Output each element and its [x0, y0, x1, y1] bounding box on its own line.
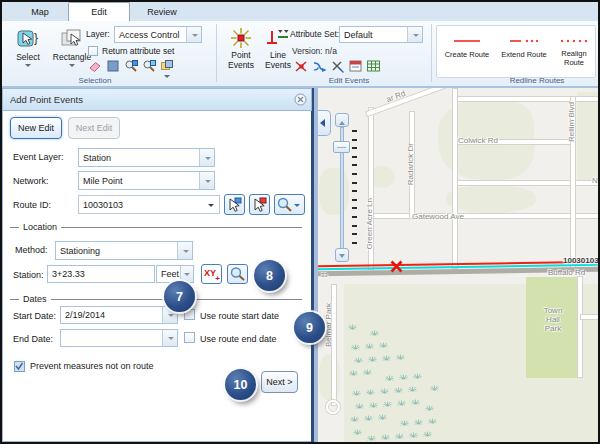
vegetation-patch	[446, 185, 536, 213]
realign-route-label2: Route	[564, 58, 584, 67]
street-label-colwick: Colwick Rd	[458, 136, 498, 145]
prevent-measures-label: Prevent measures not on route	[30, 361, 154, 371]
station-search-icon	[229, 266, 246, 282]
edit-events-group-label: Edit Events	[299, 76, 399, 85]
collapse-panel-tab[interactable]	[318, 110, 331, 136]
location-group-label: Location	[23, 222, 57, 232]
route-search-icon	[276, 196, 293, 213]
station-label: Station:	[13, 270, 44, 280]
road-diagonal	[366, 88, 446, 116]
callout-9: 9	[294, 312, 325, 343]
new-edit-button[interactable]: New Edit	[10, 117, 62, 139]
delete-event-icon[interactable]	[294, 59, 309, 73]
point-events-button[interactable]: Point Events	[222, 26, 260, 70]
pan-to-selection-icon[interactable]	[142, 59, 156, 73]
network-combobox[interactable]: Mile Point	[78, 171, 215, 190]
layer-combobox[interactable]: Access Control	[114, 26, 202, 43]
vegetation-patch	[319, 168, 349, 215]
event-layer-label: Event Layer:	[13, 152, 64, 162]
prevent-measures-checkbox[interactable]	[14, 361, 25, 372]
layer-combo-button	[186, 27, 201, 42]
station-search-button[interactable]	[227, 264, 248, 284]
method-value: Stationing	[60, 246, 100, 256]
end-date-label: End Date:	[13, 334, 53, 344]
station-input[interactable]: 3+23.33	[47, 265, 155, 283]
vegetation-patch	[319, 355, 340, 400]
xy-plus: +	[215, 274, 220, 283]
zoom-out-button[interactable]	[335, 248, 349, 262]
route-search-button[interactable]	[274, 194, 305, 215]
clear-selection-icon[interactable]	[88, 59, 102, 73]
clear-route-icon	[250, 195, 269, 214]
next-edit-button[interactable]: Next Edit	[68, 117, 120, 139]
extend-route-label: Extend Route	[501, 50, 546, 59]
station-units-combobox[interactable]: Feet	[156, 265, 194, 283]
start-date-picker[interactable]: 2/19/2014	[60, 306, 178, 324]
select-button[interactable]: } Select	[8, 26, 48, 72]
app-window: Map Edit Review } Select Rectangle Layer…	[0, 0, 600, 444]
street-label-radarick: Radarick Dr	[406, 143, 415, 185]
method-combobox[interactable]: Stationing	[55, 241, 193, 260]
end-date-picker[interactable]	[60, 329, 178, 347]
road-n	[453, 181, 598, 185]
select-label: Select	[16, 52, 40, 62]
zoom-to-selection-icon[interactable]	[124, 59, 138, 73]
method-label: Method:	[15, 245, 48, 255]
map-view[interactable]: ar Rd Colwick Rd N Rellim Blvd Radarick …	[318, 88, 598, 442]
network-value: Mile Point	[83, 176, 123, 186]
clear-route-selection-button[interactable]	[249, 194, 270, 215]
create-route-label: Create Route	[445, 50, 490, 59]
select-all-icon[interactable]	[106, 59, 120, 73]
use-route-start-date-label: Use route start date	[200, 311, 279, 321]
road	[453, 97, 598, 101]
end-date-button	[162, 330, 177, 346]
return-attribute-set-checkbox[interactable]	[88, 46, 98, 56]
tab-review[interactable]: Review	[136, 3, 188, 21]
layer-value: Access Control	[119, 30, 180, 40]
select-route-icon	[225, 195, 244, 214]
road	[453, 89, 457, 268]
close-icon[interactable]	[294, 93, 307, 106]
event-table-icon[interactable]	[366, 59, 381, 73]
street-label-buffalo: Buffalo Rd	[548, 268, 585, 277]
tab-edit[interactable]: Edit	[68, 2, 130, 21]
attribute-set-label: Attribute Set:	[290, 29, 339, 39]
next-button[interactable]: Next >	[261, 371, 298, 393]
start-date-label: Start Date:	[13, 311, 56, 321]
callout-8: 8	[254, 260, 285, 291]
attribute-set-combobox[interactable]: Default	[339, 26, 423, 43]
zoom-in-button[interactable]	[335, 113, 349, 127]
route-id-combobox[interactable]: 10030103	[78, 195, 220, 214]
merge-events-icon[interactable]	[312, 59, 327, 73]
realign-route-icon	[559, 35, 589, 47]
station-value: 3+23.33	[52, 269, 85, 279]
layer-label: Layer:	[86, 29, 110, 39]
route-id-map-label: 10030103	[563, 256, 598, 265]
route-id-value: 10030103	[83, 200, 123, 210]
svg-text:}: }	[34, 31, 38, 45]
create-route-button[interactable]: Create Route	[440, 29, 494, 59]
use-route-end-date-checkbox[interactable]	[184, 332, 195, 343]
point-events-label1: Point	[231, 50, 250, 60]
selection-options-icon[interactable]	[160, 59, 174, 73]
point-events-label2: Events	[228, 60, 254, 70]
dates-group-label: Dates	[23, 294, 47, 304]
zoom-slider-handle[interactable]	[333, 141, 350, 153]
xy-button[interactable]: XY +	[201, 264, 222, 284]
tab-map[interactable]: Map	[16, 3, 64, 21]
line-events-icon	[266, 26, 290, 50]
event-layer-combo-button	[199, 149, 214, 166]
event-layer-combobox[interactable]: Station	[78, 148, 215, 167]
select-dropdown-arrow	[25, 64, 31, 70]
event-attributes-icon[interactable]	[348, 59, 363, 73]
station-units-combo-button	[180, 266, 193, 282]
extend-route-button[interactable]: Extend Route	[497, 29, 551, 59]
select-route-on-map-button[interactable]	[224, 194, 245, 215]
split-event-icon[interactable]	[330, 59, 345, 73]
callout-7: 7	[164, 281, 195, 312]
realign-route-button[interactable]: Realign Route	[553, 29, 595, 67]
point-events-icon	[229, 26, 253, 50]
route-id-label: Route ID:	[13, 200, 51, 210]
xy-label: XY	[204, 268, 216, 278]
method-combo-button	[177, 242, 192, 259]
